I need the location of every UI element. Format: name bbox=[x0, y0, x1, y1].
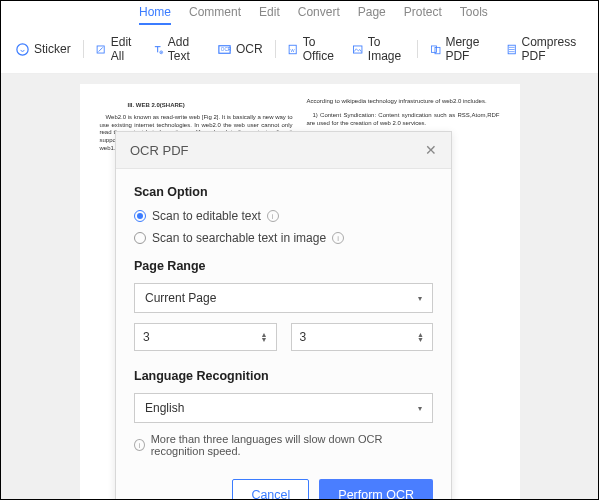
close-icon[interactable]: ✕ bbox=[425, 142, 437, 158]
info-icon[interactable]: i bbox=[332, 232, 344, 244]
svg-point-0 bbox=[17, 43, 28, 54]
merge-pdf-icon bbox=[430, 42, 441, 57]
ocr-button[interactable]: OCR OCR bbox=[213, 40, 267, 59]
tab-page[interactable]: Page bbox=[358, 5, 386, 25]
divider bbox=[83, 40, 84, 58]
ocr-icon: OCR bbox=[217, 42, 232, 57]
chevron-down-icon: ▾ bbox=[418, 294, 422, 303]
add-text-button[interactable]: Add Text bbox=[148, 33, 207, 65]
cancel-button[interactable]: Cancel bbox=[232, 479, 309, 500]
to-office-button[interactable]: W To Office bbox=[283, 33, 342, 65]
sticker-label: Sticker bbox=[34, 42, 71, 56]
ocr-label: OCR bbox=[236, 42, 263, 56]
language-select[interactable]: English ▾ bbox=[134, 393, 433, 423]
merge-pdf-label: Merge PDF bbox=[445, 35, 492, 63]
svg-rect-8 bbox=[431, 45, 436, 51]
radio-icon-unselected bbox=[134, 232, 146, 244]
radio-icon-selected bbox=[134, 210, 146, 222]
language-value: English bbox=[145, 401, 184, 415]
svg-text:W: W bbox=[291, 47, 295, 52]
to-image-icon bbox=[352, 42, 363, 57]
tab-comment[interactable]: Comment bbox=[189, 5, 241, 25]
svg-rect-7 bbox=[354, 45, 363, 52]
doc-para-2a: According to wikipedia technology infras… bbox=[307, 98, 500, 106]
divider bbox=[417, 40, 418, 58]
info-icon[interactable]: i bbox=[267, 210, 279, 222]
edit-all-label: Edit All bbox=[111, 35, 139, 63]
tab-tools[interactable]: Tools bbox=[460, 5, 488, 25]
edit-all-button[interactable]: Edit All bbox=[91, 33, 142, 65]
spinner-controls: ▲ ▼ bbox=[261, 332, 268, 342]
compress-pdf-button[interactable]: Compress PDF bbox=[502, 33, 588, 65]
perform-ocr-button[interactable]: Perform OCR bbox=[319, 479, 433, 500]
radio-label-editable: Scan to editable text bbox=[152, 209, 261, 223]
svg-rect-9 bbox=[435, 47, 440, 53]
language-recognition-heading: Language Recognition bbox=[134, 369, 433, 383]
dialog-body: Scan Option Scan to editable text i Scan… bbox=[116, 169, 451, 500]
add-text-icon bbox=[152, 42, 163, 57]
chevron-down-icon: ▾ bbox=[418, 404, 422, 413]
spinner-down-icon[interactable]: ▼ bbox=[261, 337, 268, 342]
language-warning: i More than three languages will slow do… bbox=[134, 433, 433, 457]
to-office-label: To Office bbox=[303, 35, 339, 63]
page-range-select[interactable]: Current Page ▾ bbox=[134, 283, 433, 313]
dialog-actions: Cancel Perform OCR bbox=[134, 479, 433, 500]
doc-para-2b: 1) Content Syndication: Content syndicat… bbox=[307, 112, 500, 128]
tab-edit[interactable]: Edit bbox=[259, 5, 280, 25]
tab-protect[interactable]: Protect bbox=[404, 5, 442, 25]
radio-editable-text[interactable]: Scan to editable text i bbox=[134, 209, 433, 223]
add-text-label: Add Text bbox=[168, 35, 203, 63]
radio-label-searchable: Scan to searchable text in image bbox=[152, 231, 326, 245]
page-to-value: 3 bbox=[300, 330, 307, 344]
page-range-value: Current Page bbox=[145, 291, 216, 305]
page-range-heading: Page Range bbox=[134, 259, 433, 273]
tab-convert[interactable]: Convert bbox=[298, 5, 340, 25]
language-warning-text: More than three languages will slow down… bbox=[151, 433, 433, 457]
page-range-row: 3 ▲ ▼ 3 ▲ ▼ bbox=[134, 323, 433, 351]
page-from-input[interactable]: 3 ▲ ▼ bbox=[134, 323, 277, 351]
toolbar: Sticker Edit All Add Text OCR OCR W To O… bbox=[1, 25, 598, 74]
dialog-header: OCR PDF ✕ bbox=[116, 132, 451, 169]
menu-tabs: Home Comment Edit Convert Page Protect T… bbox=[1, 1, 598, 25]
svg-text:OCR: OCR bbox=[221, 47, 232, 52]
divider bbox=[275, 40, 276, 58]
compress-pdf-label: Compress PDF bbox=[521, 35, 584, 63]
dialog-title: OCR PDF bbox=[130, 143, 189, 158]
sticker-icon bbox=[15, 42, 30, 57]
merge-pdf-button[interactable]: Merge PDF bbox=[426, 33, 496, 65]
radio-searchable-text[interactable]: Scan to searchable text in image i bbox=[134, 231, 433, 245]
scan-option-heading: Scan Option bbox=[134, 185, 433, 199]
compress-pdf-icon bbox=[506, 42, 517, 57]
doc-heading: III. WEB 2.0(SHARE) bbox=[128, 102, 293, 110]
tab-home[interactable]: Home bbox=[139, 5, 171, 25]
to-image-button[interactable]: To Image bbox=[348, 33, 409, 65]
spinner-down-icon[interactable]: ▼ bbox=[417, 337, 424, 342]
page-to-input[interactable]: 3 ▲ ▼ bbox=[291, 323, 434, 351]
info-icon: i bbox=[134, 439, 145, 451]
to-office-icon: W bbox=[287, 42, 298, 57]
ocr-dialog: OCR PDF ✕ Scan Option Scan to editable t… bbox=[115, 131, 452, 500]
edit-all-icon bbox=[95, 42, 106, 57]
sticker-button[interactable]: Sticker bbox=[11, 40, 75, 59]
spinner-controls: ▲ ▼ bbox=[417, 332, 424, 342]
to-image-label: To Image bbox=[368, 35, 405, 63]
page-from-value: 3 bbox=[143, 330, 150, 344]
